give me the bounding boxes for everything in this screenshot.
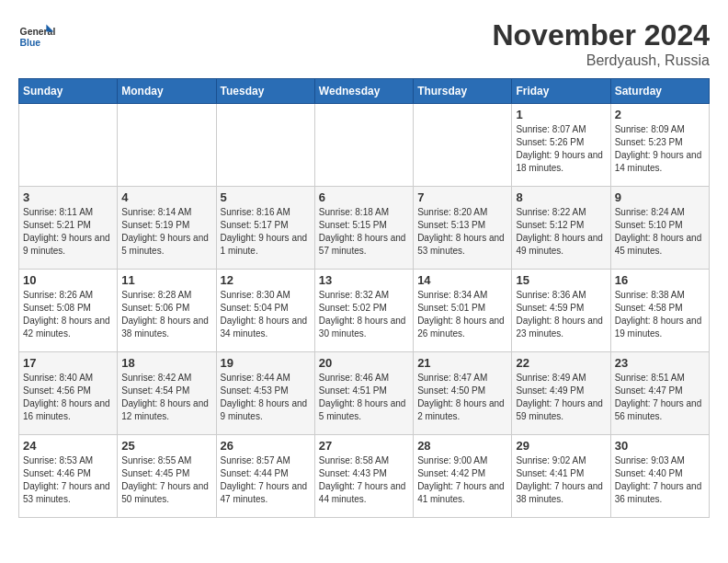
day-info: Sunrise: 8:57 AM Sunset: 4:44 PM Dayligh… [221, 454, 311, 506]
calendar-cell: 19Sunrise: 8:44 AM Sunset: 4:53 PM Dayli… [216, 352, 314, 435]
calendar-cell: 12Sunrise: 8:30 AM Sunset: 5:04 PM Dayli… [216, 270, 314, 352]
calendar-cell: 21Sunrise: 8:47 AM Sunset: 4:50 PM Dayli… [414, 352, 512, 435]
day-number: 2 [615, 108, 705, 121]
day-info: Sunrise: 8:07 AM Sunset: 5:26 PM Dayligh… [516, 123, 606, 175]
calendar-cell [19, 104, 118, 187]
day-header-tuesday: Tuesday [216, 79, 314, 104]
calendar-cell: 23Sunrise: 8:51 AM Sunset: 4:47 PM Dayli… [610, 352, 709, 435]
day-number: 14 [417, 273, 507, 287]
day-number: 5 [221, 190, 311, 204]
calendar-cell [216, 104, 314, 187]
day-number: 17 [23, 356, 113, 370]
day-number: 4 [121, 190, 211, 204]
calendar-cell: 8Sunrise: 8:22 AM Sunset: 5:12 PM Daylig… [512, 187, 610, 270]
day-info: Sunrise: 8:58 AM Sunset: 4:43 PM Dayligh… [319, 454, 409, 506]
day-number: 16 [615, 273, 705, 287]
title-area: November 2024 Berdyaush, Russia [492, 18, 710, 69]
day-info: Sunrise: 8:18 AM Sunset: 5:15 PM Dayligh… [319, 206, 409, 258]
calendar-cell: 27Sunrise: 8:58 AM Sunset: 4:43 PM Dayli… [314, 435, 413, 518]
day-number: 1 [516, 108, 606, 121]
calendar-cell: 5Sunrise: 8:16 AM Sunset: 5:17 PM Daylig… [216, 187, 314, 270]
day-number: 12 [221, 273, 311, 287]
day-info: Sunrise: 8:28 AM Sunset: 5:06 PM Dayligh… [121, 289, 211, 340]
calendar-cell: 4Sunrise: 8:14 AM Sunset: 5:19 PM Daylig… [118, 187, 216, 270]
day-number: 29 [516, 439, 606, 453]
calendar-cell: 17Sunrise: 8:40 AM Sunset: 4:56 PM Dayli… [19, 352, 118, 435]
week-row-2: 10Sunrise: 8:26 AM Sunset: 5:08 PM Dayli… [19, 270, 710, 352]
calendar-table: SundayMondayTuesdayWednesdayThursdayFrid… [18, 78, 710, 518]
week-row-4: 24Sunrise: 8:53 AM Sunset: 4:46 PM Dayli… [19, 435, 710, 518]
day-header-saturday: Saturday [610, 79, 709, 104]
day-number: 23 [615, 356, 705, 370]
calendar-cell: 16Sunrise: 8:38 AM Sunset: 4:58 PM Dayli… [610, 270, 709, 352]
day-header-sunday: Sunday [19, 79, 118, 104]
day-info: Sunrise: 8:46 AM Sunset: 4:51 PM Dayligh… [319, 372, 409, 423]
calendar-cell: 1Sunrise: 8:07 AM Sunset: 5:26 PM Daylig… [512, 104, 610, 187]
day-number: 26 [221, 439, 311, 453]
calendar-cell: 30Sunrise: 9:03 AM Sunset: 4:40 PM Dayli… [610, 435, 709, 518]
day-number: 27 [319, 439, 409, 453]
day-info: Sunrise: 9:02 AM Sunset: 4:41 PM Dayligh… [516, 454, 606, 506]
day-info: Sunrise: 8:22 AM Sunset: 5:12 PM Dayligh… [516, 206, 606, 258]
day-info: Sunrise: 8:51 AM Sunset: 4:47 PM Dayligh… [615, 372, 705, 423]
day-info: Sunrise: 8:24 AM Sunset: 5:10 PM Dayligh… [615, 206, 705, 258]
calendar-cell: 2Sunrise: 8:09 AM Sunset: 5:23 PM Daylig… [610, 104, 709, 187]
day-info: Sunrise: 8:20 AM Sunset: 5:13 PM Dayligh… [417, 206, 507, 258]
day-number: 8 [516, 190, 606, 204]
calendar-cell: 20Sunrise: 8:46 AM Sunset: 4:51 PM Dayli… [314, 352, 413, 435]
day-number: 6 [319, 190, 409, 204]
day-header-wednesday: Wednesday [314, 79, 413, 104]
calendar-cell: 13Sunrise: 8:32 AM Sunset: 5:02 PM Dayli… [314, 270, 413, 352]
calendar-cell: 28Sunrise: 9:00 AM Sunset: 4:42 PM Dayli… [414, 435, 512, 518]
day-header-friday: Friday [512, 79, 610, 104]
calendar-cell: 6Sunrise: 8:18 AM Sunset: 5:15 PM Daylig… [314, 187, 413, 270]
week-row-1: 3Sunrise: 8:11 AM Sunset: 5:21 PM Daylig… [19, 187, 710, 270]
day-info: Sunrise: 8:26 AM Sunset: 5:08 PM Dayligh… [23, 289, 113, 340]
day-info: Sunrise: 8:47 AM Sunset: 4:50 PM Dayligh… [417, 372, 507, 423]
day-number: 13 [319, 273, 409, 287]
day-info: Sunrise: 8:32 AM Sunset: 5:02 PM Dayligh… [319, 289, 409, 340]
day-number: 20 [319, 356, 409, 370]
month-title: November 2024 [492, 18, 710, 52]
calendar-cell: 18Sunrise: 8:42 AM Sunset: 4:54 PM Dayli… [118, 352, 216, 435]
day-number: 15 [516, 273, 606, 287]
day-info: Sunrise: 8:14 AM Sunset: 5:19 PM Dayligh… [121, 206, 211, 258]
location-title: Berdyaush, Russia [492, 52, 710, 69]
day-info: Sunrise: 8:36 AM Sunset: 4:59 PM Dayligh… [516, 289, 606, 340]
week-row-3: 17Sunrise: 8:40 AM Sunset: 4:56 PM Dayli… [19, 352, 710, 435]
day-info: Sunrise: 9:00 AM Sunset: 4:42 PM Dayligh… [417, 454, 507, 506]
calendar-cell [414, 104, 512, 187]
day-info: Sunrise: 8:16 AM Sunset: 5:17 PM Dayligh… [221, 206, 311, 258]
day-number: 22 [516, 356, 606, 370]
header: General Blue November 2024 Berdyaush, Ru… [18, 18, 710, 69]
day-header-thursday: Thursday [414, 79, 512, 104]
calendar-cell: 3Sunrise: 8:11 AM Sunset: 5:21 PM Daylig… [19, 187, 118, 270]
week-row-0: 1Sunrise: 8:07 AM Sunset: 5:26 PM Daylig… [19, 104, 710, 187]
header-row: SundayMondayTuesdayWednesdayThursdayFrid… [19, 79, 710, 104]
calendar-cell: 10Sunrise: 8:26 AM Sunset: 5:08 PM Dayli… [19, 270, 118, 352]
calendar-cell: 14Sunrise: 8:34 AM Sunset: 5:01 PM Dayli… [414, 270, 512, 352]
svg-text:Blue: Blue [20, 38, 41, 48]
day-info: Sunrise: 8:49 AM Sunset: 4:49 PM Dayligh… [516, 372, 606, 423]
day-info: Sunrise: 8:30 AM Sunset: 5:04 PM Dayligh… [221, 289, 311, 340]
day-info: Sunrise: 8:55 AM Sunset: 4:45 PM Dayligh… [121, 454, 211, 506]
calendar-cell: 25Sunrise: 8:55 AM Sunset: 4:45 PM Dayli… [118, 435, 216, 518]
day-number: 25 [121, 439, 211, 453]
calendar-cell: 15Sunrise: 8:36 AM Sunset: 4:59 PM Dayli… [512, 270, 610, 352]
calendar-cell: 9Sunrise: 8:24 AM Sunset: 5:10 PM Daylig… [610, 187, 709, 270]
day-header-monday: Monday [118, 79, 216, 104]
day-number: 19 [221, 356, 311, 370]
day-info: Sunrise: 8:42 AM Sunset: 4:54 PM Dayligh… [121, 372, 211, 423]
day-info: Sunrise: 8:38 AM Sunset: 4:58 PM Dayligh… [615, 289, 705, 340]
day-info: Sunrise: 8:53 AM Sunset: 4:46 PM Dayligh… [23, 454, 113, 506]
day-number: 11 [121, 273, 211, 287]
logo: General Blue [18, 18, 59, 55]
day-number: 3 [23, 190, 113, 204]
day-info: Sunrise: 8:11 AM Sunset: 5:21 PM Dayligh… [23, 206, 113, 258]
calendar-cell: 26Sunrise: 8:57 AM Sunset: 4:44 PM Dayli… [216, 435, 314, 518]
calendar-cell [314, 104, 413, 187]
day-number: 9 [615, 190, 705, 204]
day-info: Sunrise: 8:40 AM Sunset: 4:56 PM Dayligh… [23, 372, 113, 423]
day-info: Sunrise: 9:03 AM Sunset: 4:40 PM Dayligh… [615, 454, 705, 506]
calendar-cell: 7Sunrise: 8:20 AM Sunset: 5:13 PM Daylig… [414, 187, 512, 270]
